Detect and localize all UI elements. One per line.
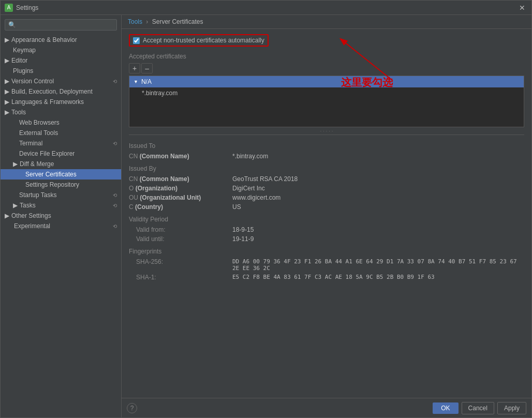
remove-cert-button[interactable]: – — [141, 63, 153, 73]
sidebar-item-languages-frameworks[interactable]: ▶ Languages & Frameworks — [1, 97, 121, 107]
sync-icon: ⟲ — [113, 192, 117, 198]
o-value: DigiCert Inc — [232, 185, 265, 192]
detail-row-sha256: SHA-256: DD A6 00 79 36 4F 23 F1 26 BA 4… — [129, 257, 524, 273]
sidebar-item-web-browsers[interactable]: Web Browsers — [1, 117, 121, 128]
accept-certs-checkbox[interactable] — [133, 37, 140, 44]
window-title: Settings — [16, 4, 38, 11]
add-cert-button[interactable]: + — [129, 63, 140, 73]
cert-tree-root[interactable]: ▼ N/A — [129, 76, 524, 87]
close-button[interactable]: ✕ — [517, 3, 527, 13]
title-bar-left: A Settings — [5, 4, 38, 12]
sidebar-item-startup-tasks[interactable]: Startup Tasks ⟲ — [1, 190, 121, 200]
cn-by-value: GeoTrust RSA CA 2018 — [232, 175, 298, 183]
help-button[interactable]: ? — [127, 403, 137, 413]
bottom-bar: ? OK Cancel Apply — [122, 398, 531, 417]
detail-row-valid-from: Valid from: 18-9-15 — [129, 225, 524, 234]
sidebar-item-label: Tools — [11, 109, 26, 116]
arrow-icon: ▶ — [5, 88, 9, 95]
cancel-button[interactable]: Cancel — [462, 402, 494, 414]
sync-icon: ⟲ — [113, 79, 117, 84]
o-key: O (Organization) — [129, 185, 232, 192]
issued-to-label: Issued To — [129, 142, 524, 150]
sidebar-item-terminal[interactable]: Terminal ⟲ — [1, 138, 121, 148]
fingerprints-label: Fingerprints — [129, 248, 524, 255]
sync-icon: ⟲ — [113, 141, 117, 146]
sidebar-item-label: Settings Repository — [25, 181, 79, 188]
sidebar-item-external-tools[interactable]: External Tools — [1, 128, 121, 138]
cn-to-key: CN (Common Name) — [129, 153, 232, 160]
sha1-value: E5 C2 F8 BE 4A 83 61 7F C3 AC AE 18 5A 9… — [232, 274, 435, 281]
sidebar-item-label: Keymap — [13, 47, 36, 54]
cert-tree: ▼ N/A *.bintray.com — [129, 76, 524, 127]
accepted-certs-section-label: Accepted certificates — [129, 53, 524, 60]
cn-by-key: CN (Common Name) — [129, 175, 232, 183]
sidebar-item-label: Experimental — [14, 222, 50, 230]
breadcrumb-tools[interactable]: Tools — [128, 18, 142, 25]
search-box[interactable]: 🔍 — [5, 19, 117, 31]
arrow-icon: ▶ — [5, 78, 9, 85]
arrow-icon: ▶ — [5, 36, 9, 43]
accept-certs-label: Accept non-trusted certificates automati… — [143, 37, 264, 44]
sidebar-item-editor[interactable]: ▶ Editor — [1, 55, 121, 66]
arrow-icon: ▶ — [13, 160, 18, 168]
cert-tree-child[interactable]: *.bintray.com — [129, 87, 524, 99]
title-bar: A Settings ✕ — [1, 1, 531, 15]
sidebar-item-label: Server Certificates — [25, 171, 77, 178]
arrow-icon: ▶ — [5, 98, 9, 106]
bottom-right: OK Cancel Apply — [433, 402, 526, 414]
sidebar-item-other-settings[interactable]: ▶ Other Settings — [1, 211, 121, 221]
sidebar-item-label: Web Browsers — [19, 119, 60, 126]
search-input[interactable] — [18, 21, 113, 28]
sidebar-item-keymap[interactable]: Keymap — [1, 45, 121, 55]
detail-row-ou: OU (Organizational Unit) www.digicert.co… — [129, 193, 524, 202]
sha1-key: SHA-1: — [129, 274, 232, 281]
sidebar-item-appearance-behavior[interactable]: ▶ Appearance & Behavior — [1, 35, 121, 45]
sidebar-item-server-certificates[interactable]: Server Certificates — [1, 169, 121, 180]
sidebar-item-settings-repository[interactable]: Settings Repository — [1, 180, 121, 190]
svg-line-1 — [341, 39, 393, 81]
c-value: US — [232, 203, 241, 211]
valid-from-key: Valid from: — [129, 226, 232, 233]
sidebar-item-plugins[interactable]: Plugins — [1, 66, 121, 76]
sidebar-item-label: Tasks — [20, 202, 36, 209]
accept-certs-checkbox-container[interactable]: Accept non-trusted certificates automati… — [129, 34, 269, 47]
cn-to-value: *.bintray.com — [232, 153, 268, 160]
sidebar-item-build-execution[interactable]: ▶ Build, Execution, Deployment — [1, 86, 121, 97]
detail-row-sha1: SHA-1: E5 C2 F8 BE 4A 83 61 7F C3 AC AE … — [129, 273, 524, 282]
breadcrumb-current: Server Certificates — [152, 18, 203, 25]
sidebar-item-label: Other Settings — [11, 212, 51, 219]
sha256-key: SHA-256: — [129, 258, 232, 272]
sidebar-item-experimental[interactable]: Experimental ⟲ — [1, 221, 121, 231]
sidebar-item-label: Diff & Merge — [20, 160, 54, 168]
sidebar-item-label: Startup Tasks — [19, 191, 56, 199]
resize-dots: · · · · · — [320, 128, 333, 134]
sidebar-item-version-control[interactable]: ▶ Version Control ⟲ — [1, 76, 121, 86]
valid-until-value: 19-11-9 — [232, 235, 254, 243]
breadcrumb: Tools › Server Certificates — [122, 15, 531, 29]
cert-root-label: N/A — [141, 78, 152, 85]
ou-value: www.digicert.com — [232, 194, 280, 201]
main-content: 🔍 ▶ Appearance & Behavior Keymap ▶ Edito… — [1, 15, 531, 417]
sidebar: 🔍 ▶ Appearance & Behavior Keymap ▶ Edito… — [1, 15, 122, 417]
sidebar-item-diff-merge[interactable]: ▶ Diff & Merge — [1, 159, 121, 169]
cert-child-label: *.bintray.com — [142, 89, 178, 97]
sidebar-item-tools[interactable]: ▶ Tools — [1, 107, 121, 117]
sidebar-item-label: Version Control — [11, 78, 54, 85]
sidebar-item-label: Device File Explorer — [19, 150, 75, 157]
apply-button[interactable]: Apply — [497, 402, 526, 414]
main-panel: Tools › Server Certificates Accept non-t… — [122, 15, 531, 417]
validity-label: Validity Period — [129, 216, 524, 223]
panel-body: Accept non-trusted certificates automati… — [122, 29, 531, 398]
sidebar-item-label: Editor — [11, 57, 27, 64]
settings-window: A Settings ✕ 🔍 ▶ Appearance & Behavior K… — [0, 0, 532, 418]
sidebar-item-tasks[interactable]: ▶ Tasks ⟲ — [1, 200, 121, 211]
sha256-value: DD A6 00 79 36 4F 23 F1 26 BA 44 A1 6E 6… — [232, 258, 522, 272]
ok-button[interactable]: OK — [433, 402, 458, 414]
detail-row-c: C (Country) US — [129, 202, 524, 212]
sidebar-item-label: Terminal — [19, 140, 42, 147]
sidebar-item-device-file-explorer[interactable]: Device File Explorer — [1, 148, 121, 159]
resize-handle[interactable]: · · · · · — [129, 129, 524, 132]
app-icon: A — [5, 4, 13, 12]
sync-icon: ⟲ — [113, 203, 117, 208]
search-icon: 🔍 — [8, 21, 16, 28]
